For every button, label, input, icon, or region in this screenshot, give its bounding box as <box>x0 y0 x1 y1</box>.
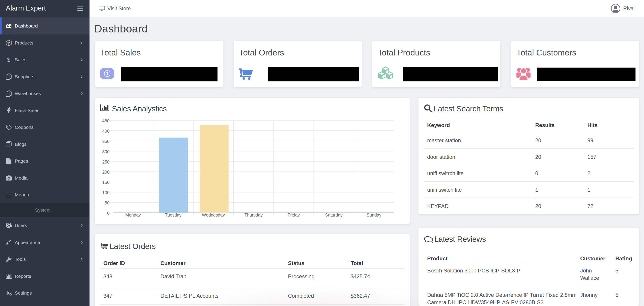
svg-text:Sunday: Sunday <box>366 212 381 218</box>
svg-text:Wednesday: Wednesday <box>202 212 225 218</box>
svg-text:Tuesday: Tuesday <box>165 212 182 218</box>
svg-text:400: 400 <box>102 128 110 134</box>
svg-text:Thursday: Thursday <box>244 212 263 218</box>
svg-text:100: 100 <box>102 190 110 195</box>
svg-text:50: 50 <box>105 200 110 205</box>
svg-text:0: 0 <box>107 211 110 216</box>
svg-text:Monday: Monday <box>125 212 141 218</box>
svg-text:150: 150 <box>102 180 110 185</box>
svg-text:250: 250 <box>102 160 110 164</box>
svg-text:450: 450 <box>102 118 110 123</box>
svg-text:200: 200 <box>102 170 110 174</box>
svg-text:Saturday: Saturday <box>325 212 342 218</box>
svg-text:Friday: Friday <box>288 212 300 218</box>
svg-text:1: 1 <box>106 70 108 76</box>
svg-text:350: 350 <box>102 139 110 144</box>
svg-text:300: 300 <box>102 149 110 154</box>
